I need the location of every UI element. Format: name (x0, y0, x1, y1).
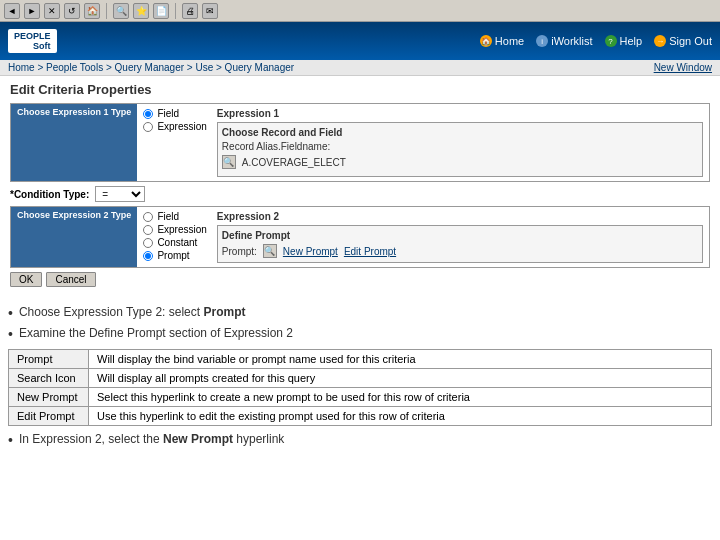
record-field-header: Choose Record and Field (222, 127, 698, 138)
bullet-dot-3: • (8, 432, 13, 449)
expr2-content: Field Expression Constant Prompt (137, 207, 709, 267)
condition-select[interactable]: =<> (95, 186, 145, 202)
bullet-section: • Choose Expression Type 2: select Promp… (0, 301, 720, 456)
alias-value-row: 🔍 A.COVERAGE_ELECT (222, 155, 698, 169)
def-prompt: Will display the bind variable or prompt… (89, 349, 712, 368)
table-row: Edit Prompt Use this hyperlink to edit t… (9, 406, 712, 425)
worklist-icon: i (536, 35, 548, 47)
mail-button[interactable]: ✉ (202, 3, 218, 19)
condition-row: *Condition Type: =<> (10, 186, 710, 202)
ps-header: PEOPLE Soft 🏠 Home i iWorklist ? Help → … (0, 22, 720, 60)
home-nav[interactable]: 🏠 Home (480, 35, 524, 47)
page-title: Edit Criteria Properties (10, 82, 710, 97)
form-buttons: OK Cancel (10, 272, 710, 287)
signout-nav[interactable]: → Sign Out (654, 35, 712, 47)
print-button[interactable]: 🖨 (182, 3, 198, 19)
footer-bold: New Prompt (163, 432, 233, 446)
favorites-button[interactable]: ⭐ (133, 3, 149, 19)
term-new-prompt: New Prompt (9, 387, 89, 406)
edit-prompt-link[interactable]: Edit Prompt (344, 246, 396, 257)
bullet-1-text: Choose Expression Type 2: select Prompt (19, 305, 246, 319)
breadcrumb-bar: Home > People Tools > Query Manager > Us… (0, 60, 720, 76)
new-prompt-link[interactable]: New Prompt (283, 246, 338, 257)
expr2-expression-option[interactable]: Expression (143, 224, 206, 235)
expr2-expression-radio[interactable] (143, 225, 153, 235)
table-row: Prompt Will display the bind variable or… (9, 349, 712, 368)
bullet-dot-2: • (8, 326, 13, 343)
table-row: Search Icon Will display all prompts cre… (9, 368, 712, 387)
new-window-link[interactable]: New Window (654, 62, 712, 73)
term-prompt: Prompt (9, 349, 89, 368)
expr1-field-option[interactable]: Field (143, 108, 206, 119)
def-edit-prompt: Use this hyperlink to edit the existing … (89, 406, 712, 425)
footer-bullet-text: In Expression 2, select the New Prompt h… (19, 432, 284, 446)
alias-row: Record Alias.Fieldname: (222, 141, 698, 152)
expr2-constant-option[interactable]: Constant (143, 237, 206, 248)
define-prompt-box: Define Prompt Prompt: 🔍 New Prompt Edit … (217, 225, 703, 263)
history-button[interactable]: 📄 (153, 3, 169, 19)
expr2-field-radio[interactable] (143, 212, 153, 222)
expr1-section-label: Choose Expression 1 Type (11, 104, 137, 181)
expr2-radio-group: Field Expression Constant Prompt (143, 211, 206, 263)
signout-icon: → (654, 35, 666, 47)
info-table: Prompt Will display the bind variable or… (8, 349, 712, 426)
expression1-section: Choose Expression 1 Type Field Expressio… (10, 103, 710, 182)
expr2-prompt-radio[interactable] (143, 251, 153, 261)
expr1-content: Field Expression Expression 1 Choose Rec… (137, 104, 709, 181)
expr2-prompt-option[interactable]: Prompt (143, 250, 206, 261)
forward-button[interactable]: ► (24, 3, 40, 19)
signout-label: Sign Out (669, 35, 712, 47)
breadcrumb: Home > People Tools > Query Manager > Us… (8, 62, 294, 73)
bullet-dot-1: • (8, 305, 13, 322)
bullet-2-text: Examine the Define Prompt section of Exp… (19, 326, 293, 340)
home-icon: 🏠 (480, 35, 492, 47)
ok-button[interactable]: OK (10, 272, 42, 287)
term-search: Search Icon (9, 368, 89, 387)
expr1-radio-group: Field Expression (143, 108, 206, 177)
worklist-label: iWorklist (551, 35, 592, 47)
search-button[interactable]: 🔍 (113, 3, 129, 19)
main-content: Edit Criteria Properties Choose Expressi… (0, 76, 720, 293)
expr2-field-option[interactable]: Field (143, 211, 206, 222)
help-nav[interactable]: ? Help (605, 35, 643, 47)
footer-bullet: • In Expression 2, select the New Prompt… (8, 432, 712, 449)
help-label: Help (620, 35, 643, 47)
worklist-nav[interactable]: i iWorklist (536, 35, 592, 47)
bullet-1: • Choose Expression Type 2: select Promp… (8, 305, 712, 322)
ps-logo: PEOPLE Soft (8, 29, 57, 53)
record-field-box: Choose Record and Field Record Alias.Fie… (217, 122, 703, 177)
help-icon: ? (605, 35, 617, 47)
home-nav-button[interactable]: 🏠 (84, 3, 100, 19)
expr1-inner-label: Expression 1 (217, 108, 703, 119)
prompt-row: Prompt: 🔍 New Prompt Edit Prompt (222, 244, 698, 258)
browser-toolbar: ◄ ► ✕ ↺ 🏠 🔍 ⭐ 📄 🖨 ✉ (0, 0, 720, 22)
cancel-button[interactable]: Cancel (46, 272, 95, 287)
refresh-button[interactable]: ↺ (64, 3, 80, 19)
logo-line2: Soft (14, 41, 51, 51)
separator2 (175, 3, 176, 19)
expr2-section-label: Choose Expression 2 Type (11, 207, 137, 267)
expr1-expression-option[interactable]: Expression (143, 121, 206, 132)
ps-nav: 🏠 Home i iWorklist ? Help → Sign Out (480, 35, 712, 47)
def-new-prompt: Select this hyperlink to create a new pr… (89, 387, 712, 406)
separator (106, 3, 107, 19)
stop-button[interactable]: ✕ (44, 3, 60, 19)
alias-search-icon[interactable]: 🔍 (222, 155, 236, 169)
logo-line1: PEOPLE (14, 31, 51, 41)
expr2-constant-radio[interactable] (143, 238, 153, 248)
expr1-field-radio[interactable] (143, 109, 153, 119)
expr2-inner-label: Expression 2 (217, 211, 703, 222)
bullet-2: • Examine the Define Prompt section of E… (8, 326, 712, 343)
home-label: Home (495, 35, 524, 47)
def-search: Will display all prompts created for thi… (89, 368, 712, 387)
back-button[interactable]: ◄ (4, 3, 20, 19)
table-row: New Prompt Select this hyperlink to crea… (9, 387, 712, 406)
expr1-expression-radio[interactable] (143, 122, 153, 132)
expression2-section: Choose Expression 2 Type Field Expressio… (10, 206, 710, 268)
term-edit-prompt: Edit Prompt (9, 406, 89, 425)
prompt-search-icon[interactable]: 🔍 (263, 244, 277, 258)
